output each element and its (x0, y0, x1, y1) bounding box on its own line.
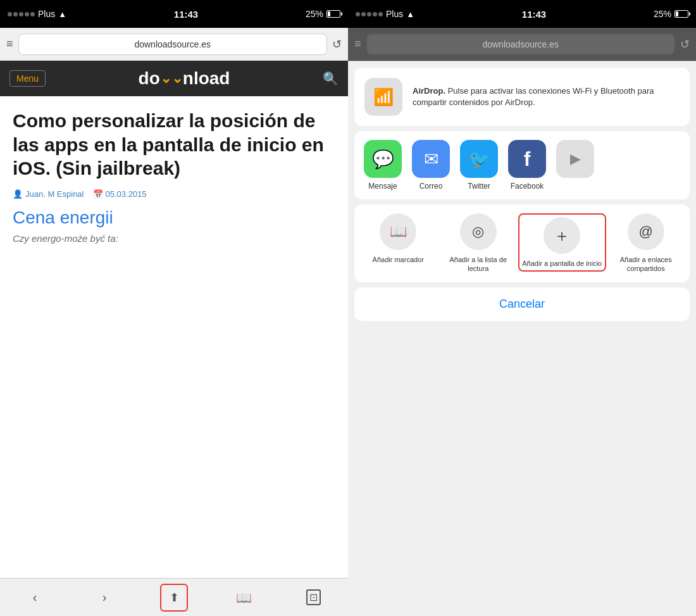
tabs-icon: ⊡ (306, 589, 321, 605)
share-button[interactable]: ⬆ (160, 584, 188, 612)
action-readinglist[interactable]: ◎ Añadir a la lista de lectura (438, 213, 519, 273)
right-carrier-name: Plus (386, 9, 403, 19)
right-carrier: Plus ▲ (356, 9, 414, 19)
share-app-messages[interactable]: 💬 Mensaje (361, 140, 405, 191)
tabs-button[interactable]: ⊡ (299, 584, 327, 612)
share-app-facebook[interactable]: f Facebook (505, 140, 549, 191)
right-battery-fill (676, 11, 679, 16)
twitter-label: Twitter (468, 182, 490, 191)
mail-label: Correo (419, 182, 443, 191)
article-meta: 👤 Juan. M Espinal 📅 05.03.2015 (13, 189, 335, 199)
refresh-icon[interactable]: ↺ (332, 37, 342, 51)
share-app-mail[interactable]: ✉ Correo (409, 140, 453, 191)
action-bookmark[interactable]: 📖 Añadir marcador (358, 213, 438, 264)
left-bottom-nav: ‹ › ⬆ 📖 ⊡ (0, 578, 348, 616)
dot1 (8, 12, 12, 16)
r-dot2 (361, 12, 366, 16)
right-battery-icon (674, 10, 688, 18)
battery-pct: 25% (306, 9, 323, 19)
carrier-name: Plus (38, 9, 55, 19)
readinglist-icon: ◎ (460, 213, 497, 250)
share-sheet: 📶 AirDrop. Pulse para activar las conexi… (348, 61, 696, 616)
airdrop-icon: 📶 (364, 78, 402, 116)
homescreen-glyph: ＋ (554, 225, 570, 247)
author-icon: 👤 (13, 189, 23, 199)
cancel-button[interactable]: Cancelar (354, 287, 690, 321)
airdrop-section: 📶 AirDrop. Pulse para activar las conexi… (354, 68, 690, 126)
r-dot4 (373, 12, 377, 16)
logo-arrow-icon: ⌄⌄ (160, 70, 183, 87)
airdrop-title: AirDrop. (413, 86, 445, 96)
right-status-bar: Plus ▲ 11:43 25% (348, 0, 696, 28)
forward-button[interactable]: › (90, 584, 118, 612)
dot3 (19, 12, 23, 16)
bookmarks-icon: 📖 (236, 590, 252, 605)
forward-icon: › (103, 590, 107, 605)
r-dot3 (367, 12, 371, 16)
left-site-header: Menu do ⌄⌄ nload 🔍 (0, 61, 348, 96)
dot5 (30, 12, 35, 16)
mail-glyph: ✉ (424, 149, 438, 170)
article-excerpt: Czy energo-może być ta: (13, 233, 335, 244)
back-button[interactable]: ‹ (21, 584, 49, 612)
article-subtitle: Cena energii (13, 208, 335, 228)
left-time: 11:43 (174, 9, 198, 20)
bookmark-icon: 📖 (380, 213, 416, 250)
facebook-icon: f (508, 140, 546, 178)
more-glyph: ▶ (570, 151, 581, 167)
logo-pre: do (139, 68, 160, 89)
bookmarks-button[interactable]: 📖 (230, 584, 258, 612)
right-battery: 25% (654, 9, 688, 19)
date-icon: 📅 (93, 189, 103, 199)
messages-icon: 💬 (364, 140, 402, 178)
right-wifi-icon: ▲ (406, 9, 414, 19)
action-sharedlinks[interactable]: @ Añadir a enlaces compartidos (606, 213, 687, 273)
action-homescreen[interactable]: ＋ Añadir a pantalla de inicio (518, 213, 606, 272)
back-icon: ‹ (33, 590, 37, 605)
cancel-section: Cancelar (354, 287, 690, 321)
left-battery: 25% (306, 9, 340, 19)
left-carrier: Plus ▲ (8, 9, 66, 19)
action-section: 📖 Añadir marcador ◎ Añadir a la lista de… (354, 204, 690, 282)
left-url-text: downloadsource.es (134, 39, 211, 49)
sharedlinks-icon: @ (628, 213, 664, 250)
right-url-text: downloadsource.es (482, 39, 559, 49)
sharedlinks-label: Añadir a enlaces compartidos (606, 255, 687, 273)
left-search-icon[interactable]: 🔍 (323, 71, 339, 86)
dot4 (25, 12, 29, 16)
article-author: 👤 Juan. M Espinal (13, 189, 84, 199)
right-battery-pct: 25% (654, 9, 671, 19)
left-site-logo: do ⌄⌄ nload (139, 68, 230, 89)
readinglist-glyph: ◎ (472, 223, 484, 240)
right-url-bar[interactable]: downloadsource.es (366, 34, 675, 55)
right-refresh-icon[interactable]: ↺ (680, 37, 690, 51)
date-text: 05.03.2015 (106, 189, 147, 199)
twitter-glyph: 🐦 (468, 149, 490, 170)
right-hamburger-icon[interactable]: ≡ (354, 37, 361, 51)
battery-icon (326, 10, 340, 18)
airdrop-description: Pulse para activar las conexiones Wi-Fi … (413, 86, 654, 107)
airdrop-wifi-icon: 📶 (373, 87, 394, 107)
logo-post: nload (183, 68, 230, 89)
battery-box (326, 10, 340, 18)
dot2 (13, 12, 18, 16)
bookmark-glyph: 📖 (390, 223, 407, 240)
hamburger-icon[interactable]: ≡ (6, 37, 13, 51)
left-menu-button[interactable]: Menu (9, 70, 46, 87)
right-battery-box (674, 10, 688, 18)
facebook-glyph: f (524, 148, 531, 171)
left-status-bar: Plus ▲ 11:43 25% (0, 0, 348, 28)
left-panel: Plus ▲ 11:43 25% ≡ downloadsource.es ↺ M… (0, 0, 348, 616)
homescreen-label: Añadir a pantalla de inicio (522, 259, 602, 268)
left-url-bar[interactable]: downloadsource.es (18, 34, 327, 55)
more-icon: ▶ (556, 140, 594, 178)
share-app-more: ▶ (553, 140, 597, 182)
sharedlinks-glyph: @ (639, 223, 653, 240)
r-dot5 (378, 12, 383, 16)
airdrop-text: AirDrop. Pulse para activar las conexion… (413, 85, 680, 108)
homescreen-icon: ＋ (544, 217, 580, 254)
share-app-twitter[interactable]: 🐦 Twitter (457, 140, 501, 191)
r-dot1 (356, 12, 360, 16)
mail-icon: ✉ (412, 140, 450, 178)
article-title: Como personalizar la posición de las app… (13, 109, 335, 180)
